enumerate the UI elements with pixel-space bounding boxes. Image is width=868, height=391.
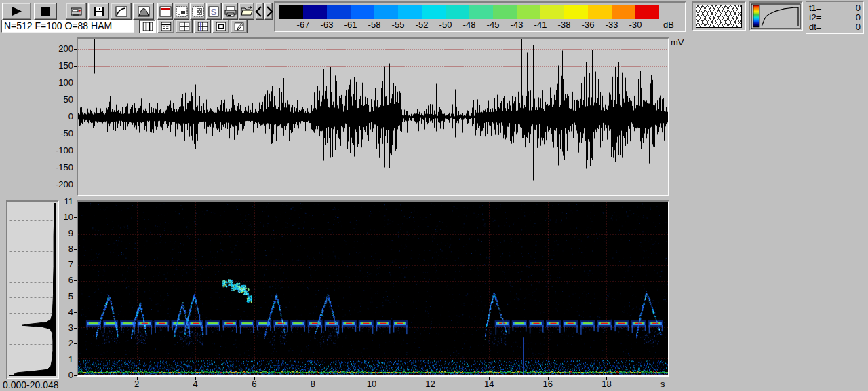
colorbar-segment	[635, 5, 659, 19]
spectrogram-ytick-label: 5	[58, 292, 73, 301]
spectrogram-panel[interactable]	[77, 200, 669, 377]
oscillogram-ytick	[74, 49, 77, 50]
fft-icon	[175, 5, 189, 18]
oscillogram-ytick-label: -200	[47, 180, 73, 189]
oscillogram-ytick-label: 50	[47, 95, 73, 105]
spectrum-panel[interactable]	[6, 200, 59, 379]
spectrogram-ytick-label: 0	[58, 371, 73, 380]
spectrum-canvas	[7, 202, 58, 378]
transfer-function-button[interactable]	[111, 3, 132, 20]
view-oscillogram-button[interactable]	[139, 20, 156, 33]
view-single-button[interactable]	[212, 20, 229, 33]
spectrogram-xtick-label: 12	[420, 379, 441, 389]
play-button[interactable]	[2, 3, 31, 20]
fft-parameters-field[interactable]: N=512 F=100 O=88 HAM	[1, 20, 134, 33]
spectrogram-ytick	[74, 280, 77, 281]
spectrogram-ytick	[74, 265, 77, 265]
spectrogram-canvas[interactable]	[78, 202, 668, 375]
spectrogram-xtick-label: 2	[127, 379, 147, 389]
window-overlap-panel[interactable]	[692, 1, 746, 31]
colorbar-segment	[493, 5, 517, 19]
colorbar-segment	[446, 5, 469, 19]
spectrogram-ytick-label: 1	[58, 355, 73, 365]
oscillogram-ytick-label: 100	[47, 78, 73, 88]
spectrogram-ytick-label: 7	[58, 260, 73, 269]
colorbar-tick-label: -30	[626, 20, 645, 30]
colorbar-panel: -67-63-61-58-55-52-50-48-45-43-41-38-36-…	[274, 1, 686, 32]
colorbar-tick-label: -45	[484, 20, 502, 30]
colorbar-segment	[398, 5, 422, 19]
fft-settings-button[interactable]	[174, 3, 189, 20]
colorbar-segment	[588, 5, 612, 19]
app-window: N=512 F=100 O=88 HAM -67-63-61-58-55-52-…	[0, 0, 868, 391]
time-readout-row: dt=0	[809, 22, 861, 32]
colorbar-unit: dB	[663, 20, 674, 30]
spectrum-s-icon: S	[208, 5, 221, 18]
oscillogram-panel[interactable]	[77, 37, 669, 196]
oscillogram-ytick	[74, 151, 77, 151]
colorbar-segment	[564, 5, 588, 19]
range-icon	[159, 5, 172, 18]
transfer-function-panel[interactable]	[749, 1, 803, 31]
colorbar-segment	[517, 5, 540, 19]
view-grid-button[interactable]	[194, 20, 211, 33]
stop-button[interactable]	[34, 3, 57, 20]
window-overlap-icon	[696, 5, 742, 28]
colorbar-segment	[612, 5, 635, 19]
time-readout-row: t1=0	[809, 3, 861, 13]
oscillogram-ytick-label: 150	[47, 61, 73, 71]
colorbar-segment	[303, 5, 327, 19]
stop-icon	[39, 5, 52, 18]
spectrogram-ytick-label: 11	[58, 197, 73, 206]
spectrogram-ytick	[74, 297, 77, 297]
oscillogram-ytick-label: -100	[47, 146, 73, 155]
spectrogram-ytick	[74, 202, 77, 202]
oscillogram-ytick	[74, 134, 77, 134]
spectrogram-ytick	[74, 217, 77, 218]
spectrogram-ytick-label: 3	[58, 323, 73, 333]
spectrogram-ytick-label: 2	[58, 339, 73, 348]
window-icon	[137, 5, 151, 18]
spectrogram-xtick-label: 4	[185, 379, 205, 389]
colorbar-segment	[422, 5, 446, 19]
colorbar-tick-label: -38	[555, 20, 574, 30]
spectrum-settings-button[interactable]: S	[206, 3, 222, 20]
save-button[interactable]	[88, 3, 109, 20]
view-sonagram-button[interactable]	[157, 20, 174, 33]
colorbar-tick-label: -43	[507, 20, 526, 30]
colorbar-tick-label: -36	[578, 20, 597, 30]
spectrogram-ytick-label: 4	[58, 308, 73, 317]
view-split-button[interactable]	[176, 20, 193, 33]
display-range-button[interactable]	[157, 3, 173, 20]
print-button[interactable]	[222, 3, 238, 20]
audio-device-button[interactable]	[66, 3, 87, 20]
pattern-display-button[interactable]	[190, 3, 205, 20]
view-sonagram-icon	[160, 21, 172, 31]
edit-button[interactable]	[231, 20, 248, 33]
time-readout-label: dt=	[809, 22, 821, 32]
colorbar-strip[interactable]	[279, 5, 659, 19]
oscillogram-ytick	[74, 83, 77, 83]
spectrogram-xtick-label: 14	[479, 379, 499, 389]
open-file-button[interactable]	[239, 3, 254, 20]
oscillogram-ytick	[74, 66, 77, 67]
oscillogram-canvas[interactable]	[78, 39, 668, 195]
colorbar-segment	[351, 5, 374, 19]
view-oscillogram-icon	[142, 21, 153, 31]
colorbar-segment	[279, 5, 303, 19]
oscillogram-ytick	[74, 185, 77, 185]
view-grid-icon	[197, 21, 208, 31]
save-icon	[92, 5, 106, 18]
window-function-button[interactable]	[133, 3, 154, 20]
colorbar-segment	[327, 5, 351, 19]
spectrogram-ytick-label: 6	[58, 276, 73, 285]
spectrogram-ytick-label: 8	[58, 244, 73, 254]
next-button[interactable]	[264, 3, 273, 20]
spectrogram-ytick	[74, 328, 77, 329]
colorbar-segment	[374, 5, 398, 19]
oscillogram-ytick	[74, 100, 77, 100]
colorbar-tick-label: -52	[412, 20, 431, 30]
time-readout-value: 0	[856, 13, 861, 22]
spectrum-range-label: 0.000-20.048	[3, 380, 59, 390]
colorbar-segment	[540, 5, 564, 19]
